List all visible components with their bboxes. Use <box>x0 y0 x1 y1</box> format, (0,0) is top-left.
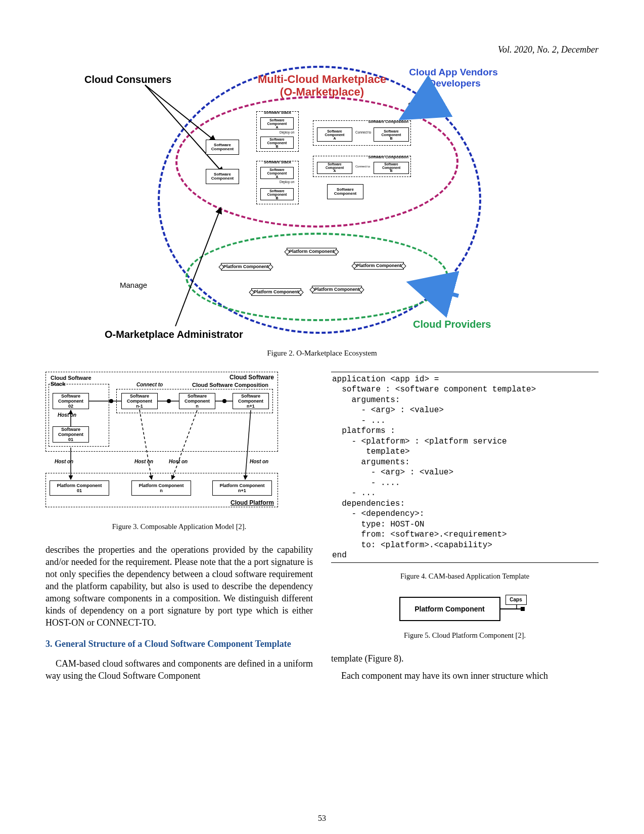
software-component-a: Software Component A <box>317 162 352 174</box>
svg-rect-17 <box>521 607 525 611</box>
software-component-b: Software Component B <box>260 137 294 149</box>
software-component-b: Software Component B <box>260 188 294 200</box>
paragraph-describes: describes the properties and the operati… <box>45 544 313 629</box>
cloud-vendors-label: Cloud App Vendors /Developers <box>403 67 504 89</box>
software-component-a: Software Component A <box>260 117 294 129</box>
software-component-box: Software Component <box>206 140 239 155</box>
software-component-b: Software Component B <box>374 127 409 142</box>
svg-line-8 <box>172 410 197 479</box>
connect-to-label: Connect to <box>355 165 370 168</box>
platform-component-box: Platform Component <box>312 286 362 293</box>
software-component-b: Software Component B <box>374 162 409 174</box>
figure-4-caption: Figure 4. CAM-based Application Template <box>331 572 599 581</box>
svg-line-7 <box>140 410 152 479</box>
stack-title: Software Stack <box>257 160 298 164</box>
paragraph-template-fig8: template (Figure 8). <box>331 653 599 665</box>
deploy-on-label: Deploy on <box>280 130 294 134</box>
svg-line-9 <box>245 410 251 479</box>
stack-title: Software Stack <box>257 111 298 115</box>
supply-label-bottom: Supply <box>426 286 447 294</box>
paragraph-cam-based: CAM-based cloud softwares and components… <box>45 658 313 682</box>
manage-label: Manage <box>120 281 147 289</box>
composition-title: Software Composition <box>368 120 408 124</box>
figure-5-caption: Figure 5. Cloud Platform Component [2]. <box>331 631 599 640</box>
software-component-box: Software Component <box>206 169 239 184</box>
page-number: 53 <box>318 814 326 823</box>
figure-5-diagram: Platform Component Caps <box>389 592 541 627</box>
platform-ellipse <box>186 233 448 321</box>
platform-component-box: Platform Component <box>354 262 404 270</box>
figure-5-connector <box>389 592 541 627</box>
journal-issue: Vol. 2020, No. 2, December <box>498 45 599 55</box>
cloud-consumers-label: Cloud Consumers <box>84 74 171 85</box>
supply-label-top: Supply <box>408 101 430 109</box>
platform-component-box: Platform Component <box>221 263 271 271</box>
figure-2-caption: Figure 2. O-Marketplace Ecosystem <box>45 349 599 358</box>
vendors-line2: /Developers <box>426 78 481 89</box>
figure-2-diagram: Cloud Consumers Cloud App Vendors /Devel… <box>115 66 529 344</box>
connect-to-label: Connect to <box>355 130 371 134</box>
software-component-a: Software Component A <box>317 127 352 142</box>
market-line2: (O-Marketplace) <box>280 85 364 98</box>
composition-title: Software Composition <box>368 155 408 159</box>
platform-component-box: Platform Component <box>251 288 301 296</box>
figure-3-connectors <box>45 372 278 518</box>
content-columns: Cloud Software Cloud Software Stack Clou… <box>45 372 599 689</box>
admin-label: O-Marketplace Administrator <box>105 329 243 340</box>
paragraph-each-component: Each component may have its own inner st… <box>331 670 599 682</box>
software-component-box: Software Component <box>327 184 363 199</box>
deploy-on-label: Deploy on <box>280 180 294 184</box>
figure-3-caption: Figure 3. Composable Application Model [… <box>45 522 313 531</box>
section-3-heading: 3. General Structure of a Cloud Software… <box>45 638 313 650</box>
platform-component-box: Platform Component <box>287 248 337 255</box>
marketplace-label: Multi-Cloud Marketplace (O-Marketplace) <box>246 73 398 99</box>
application-template-code-block: application <app id> = software : <softw… <box>331 372 599 563</box>
application-template-code: application <app id> = software : <softw… <box>332 374 597 560</box>
market-line1: Multi-Cloud Marketplace <box>258 73 386 85</box>
providers-label: Cloud Providers <box>413 319 491 330</box>
figure-3-diagram: Cloud Software Cloud Software Stack Clou… <box>45 372 278 518</box>
software-component-a: Software Component A <box>260 167 294 179</box>
vendors-line1: Cloud App Vendors <box>409 67 498 77</box>
